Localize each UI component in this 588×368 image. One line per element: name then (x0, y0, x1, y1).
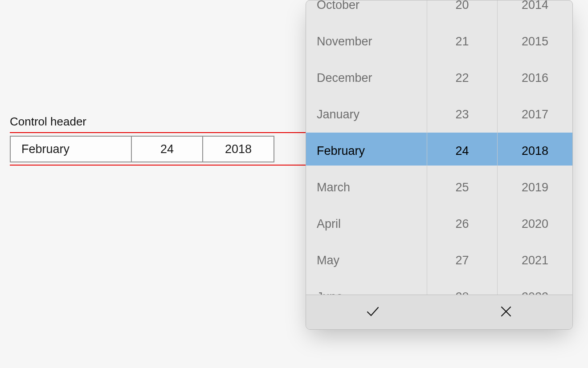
month-option[interactable]: June (306, 279, 427, 295)
month-option[interactable]: April (306, 206, 427, 242)
day-wheel[interactable]: 202122232425262728 (427, 0, 498, 295)
date-picker-month-value: February (21, 142, 69, 156)
month-option[interactable]: May (306, 242, 427, 279)
day-option[interactable]: 21 (427, 23, 497, 60)
year-option-label: 2016 (522, 71, 548, 85)
year-option[interactable]: 2019 (498, 169, 572, 206)
month-option[interactable]: December (306, 60, 427, 96)
year-option-label: 2022 (522, 290, 548, 295)
day-option-label: 23 (455, 108, 469, 121)
day-option[interactable]: 26 (427, 206, 497, 242)
year-option[interactable]: 2017 (498, 96, 572, 133)
year-option-label: 2019 (522, 181, 548, 194)
year-option-label: 2017 (522, 108, 548, 121)
day-option-label: 22 (455, 71, 469, 85)
month-wheel[interactable]: OctoberNovemberDecemberJanuaryFebruaryMa… (306, 0, 427, 295)
year-option-label: 2020 (522, 217, 548, 231)
date-picker[interactable]: February 24 2018 (10, 136, 274, 162)
day-option[interactable]: 24 (427, 133, 497, 169)
date-picker-day[interactable]: 24 (132, 137, 203, 162)
year-option[interactable]: 2014 (498, 0, 572, 23)
day-option-label: 24 (455, 144, 469, 158)
cancel-button[interactable] (439, 295, 572, 329)
month-option[interactable]: October (306, 0, 427, 23)
day-option[interactable]: 25 (427, 169, 497, 206)
year-option[interactable]: 2016 (498, 60, 572, 96)
day-option-label: 25 (455, 181, 469, 194)
year-option[interactable]: 2021 (498, 242, 572, 279)
date-picker-day-value: 24 (160, 142, 174, 156)
month-option-label: June (317, 290, 343, 295)
day-option[interactable]: 20 (427, 0, 497, 23)
control-header-label: Control header (10, 115, 86, 129)
year-option[interactable]: 2020 (498, 206, 572, 242)
accept-button[interactable] (306, 295, 439, 329)
year-option-label: 2021 (522, 254, 548, 267)
day-option-label: 20 (455, 0, 469, 12)
month-option[interactable]: November (306, 23, 427, 60)
year-option[interactable]: 2015 (498, 23, 572, 60)
month-option-label: October (317, 0, 359, 12)
alignment-guide-bottom (10, 165, 306, 166)
day-option-label: 28 (455, 290, 469, 295)
year-wheel[interactable]: 201420152016201720182019202020212022 (498, 0, 572, 295)
date-picker-year-value: 2018 (225, 142, 252, 156)
day-option-label: 27 (455, 254, 469, 267)
close-icon (498, 304, 514, 321)
check-icon (365, 304, 380, 321)
month-option[interactable]: January (306, 96, 427, 133)
year-option-label: 2018 (522, 144, 548, 158)
year-option[interactable]: 2018 (498, 133, 572, 169)
day-option[interactable]: 22 (427, 60, 497, 96)
month-option[interactable]: March (306, 169, 427, 206)
date-picker-wheels: OctoberNovemberDecemberJanuaryFebruaryMa… (306, 0, 572, 295)
day-option[interactable]: 23 (427, 96, 497, 133)
date-picker-flyout: OctoberNovemberDecemberJanuaryFebruaryMa… (306, 0, 573, 330)
day-option[interactable]: 28 (427, 279, 497, 295)
month-option[interactable]: February (306, 133, 427, 169)
year-option-label: 2015 (522, 35, 548, 49)
date-picker-year[interactable]: 2018 (203, 137, 274, 162)
year-option[interactable]: 2022 (498, 279, 572, 295)
month-option-label: May (317, 254, 339, 267)
day-option-label: 26 (455, 217, 469, 231)
month-option-label: January (317, 108, 359, 121)
month-option-label: November (317, 35, 372, 49)
month-option-label: April (317, 217, 341, 231)
year-option-label: 2014 (522, 0, 548, 12)
alignment-guide-top (10, 132, 306, 133)
month-option-label: December (317, 71, 372, 85)
day-option-label: 21 (455, 35, 469, 49)
month-option-label: March (317, 181, 350, 194)
flyout-button-bar (306, 295, 572, 329)
date-picker-month[interactable]: February (11, 137, 132, 162)
day-option[interactable]: 27 (427, 242, 497, 279)
month-option-label: February (317, 144, 365, 158)
